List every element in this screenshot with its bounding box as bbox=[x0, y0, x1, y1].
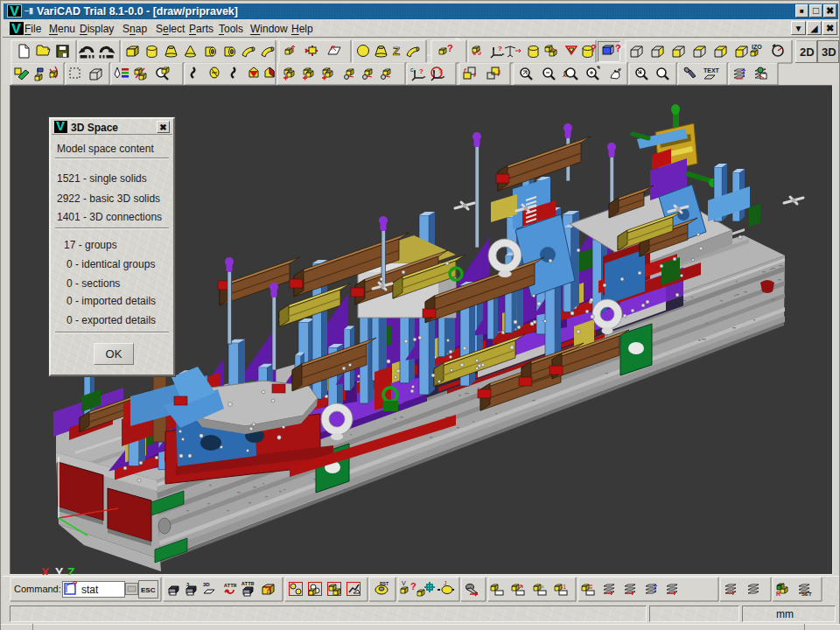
svg-text:?: ? bbox=[615, 43, 621, 53]
svg-text:R: R bbox=[776, 591, 780, 597]
svg-text:ESC: ESC bbox=[141, 586, 156, 594]
svg-text:stat: stat bbox=[81, 584, 99, 596]
svg-text:?: ? bbox=[447, 43, 453, 53]
svg-text:3D: 3D bbox=[822, 46, 836, 59]
svg-text:×: × bbox=[541, 584, 544, 590]
svg-text:J: J bbox=[444, 580, 447, 586]
svg-text:Z: Z bbox=[67, 565, 75, 575]
svg-text:ATTR: ATTR bbox=[242, 581, 255, 587]
svg-text:?: ? bbox=[438, 67, 443, 75]
svg-text:TEXT: TEXT bbox=[704, 67, 720, 74]
svg-text:?: ? bbox=[419, 67, 424, 75]
svg-text:Command:: Command: bbox=[14, 584, 61, 594]
svg-text:?: ? bbox=[498, 45, 502, 52]
svg-text:?: ? bbox=[73, 579, 78, 588]
svg-text:ATTR: ATTR bbox=[224, 583, 237, 589]
svg-text:?: ? bbox=[410, 581, 416, 592]
svg-text:V: V bbox=[402, 580, 406, 586]
svg-text:?: ? bbox=[591, 43, 597, 53]
svg-text:Y: Y bbox=[55, 565, 64, 575]
svg-text:IZO: IZO bbox=[752, 44, 762, 50]
svg-text:X: X bbox=[41, 565, 50, 575]
svg-text:-1: -1 bbox=[561, 584, 566, 590]
svg-text:3D: 3D bbox=[203, 582, 210, 587]
svg-text:c: c bbox=[410, 66, 414, 73]
svg-text:RST: RST bbox=[380, 581, 388, 586]
svg-text:?: ? bbox=[265, 585, 270, 595]
svg-text:SET: SET bbox=[802, 592, 812, 597]
svg-text:2D: 2D bbox=[800, 46, 815, 59]
svg-text:Z: Z bbox=[393, 45, 400, 58]
